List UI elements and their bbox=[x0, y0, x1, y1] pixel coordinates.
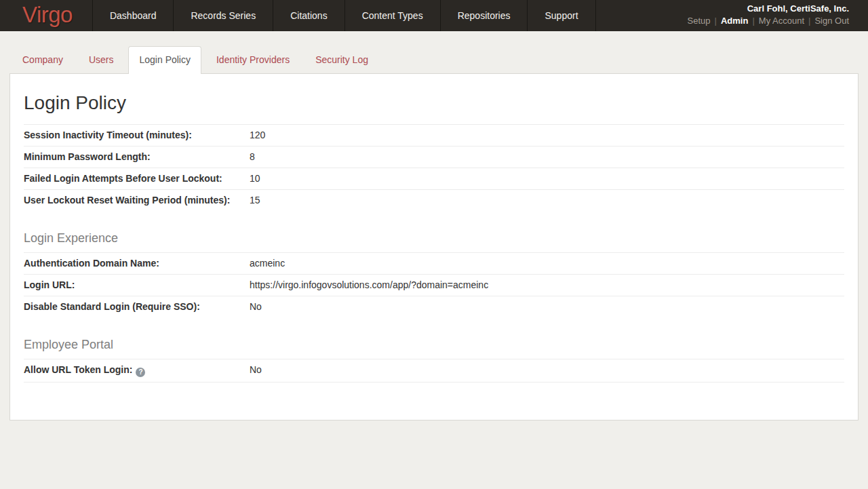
policy-row: Minimum Password Length:8 bbox=[24, 146, 844, 168]
account-area: Carl Fohl, CertiSafe, Inc. Setup|Admin|M… bbox=[688, 3, 849, 26]
field-label: Allow URL Token Login:? bbox=[24, 364, 250, 377]
field-value: 120 bbox=[250, 130, 844, 141]
nav-item-content-types[interactable]: Content Types bbox=[344, 0, 440, 31]
field-label: Disable Standard Login (Require SSO): bbox=[24, 301, 250, 313]
tab-company[interactable]: Company bbox=[12, 46, 74, 74]
account-user-name: Carl Fohl, CertiSafe, Inc. bbox=[688, 3, 849, 14]
field-value: No bbox=[250, 301, 844, 313]
policy-row: Session Inactivity Timeout (minutes):120 bbox=[24, 125, 844, 146]
separator: | bbox=[752, 16, 754, 26]
policy-row: Failed Login Attempts Before User Lockou… bbox=[24, 168, 844, 190]
account-link-admin[interactable]: Admin bbox=[721, 16, 748, 26]
account-link-setup[interactable]: Setup bbox=[688, 16, 711, 26]
section-header-employee-portal: Employee Portal bbox=[24, 338, 844, 359]
nav-item-citations[interactable]: Citations bbox=[273, 0, 344, 31]
tab-bar: CompanyUsersLogin PolicyIdentity Provide… bbox=[0, 31, 868, 74]
field-value: 15 bbox=[250, 195, 844, 206]
field-label: User Lockout Reset Waiting Period (minut… bbox=[24, 195, 250, 206]
tab-identity-providers[interactable]: Identity Providers bbox=[205, 46, 300, 74]
policy-row: Login URL:https://virgo.infogovsolutions… bbox=[24, 275, 844, 296]
account-link-my-account[interactable]: My Account bbox=[759, 16, 804, 26]
field-value: No bbox=[250, 364, 844, 377]
field-value: acmeinc bbox=[250, 258, 844, 269]
field-label: Session Inactivity Timeout (minutes): bbox=[24, 130, 250, 141]
nav-item-records-series[interactable]: Records Series bbox=[173, 0, 273, 31]
policy-row: User Lockout Reset Waiting Period (minut… bbox=[24, 190, 844, 211]
account-links: Setup|Admin|My Account|Sign Out bbox=[688, 16, 849, 26]
policy-row: Allow URL Token Login:?No bbox=[24, 359, 844, 383]
field-label: Failed Login Attempts Before User Lockou… bbox=[24, 173, 250, 184]
nav-item-support[interactable]: Support bbox=[527, 0, 595, 31]
tab-users[interactable]: Users bbox=[78, 46, 125, 74]
policy-row: Authentication Domain Name:acmeinc bbox=[24, 253, 844, 275]
page-title: Login Policy bbox=[24, 92, 844, 125]
field-value: 8 bbox=[250, 151, 844, 163]
field-value: 10 bbox=[250, 173, 844, 184]
nav-item-dashboard[interactable]: Dashboard bbox=[92, 0, 174, 31]
top-navbar: Virgo DashboardRecords SeriesCitationsCo… bbox=[0, 0, 868, 31]
nav-item-repositories[interactable]: Repositories bbox=[440, 0, 528, 31]
field-label: Login URL: bbox=[24, 279, 250, 291]
section-header-login-experience: Login Experience bbox=[24, 231, 844, 253]
tab-security-log[interactable]: Security Log bbox=[304, 46, 379, 74]
help-icon[interactable]: ? bbox=[136, 368, 145, 377]
brand-logo[interactable]: Virgo bbox=[0, 0, 92, 31]
separator: | bbox=[808, 16, 810, 26]
tab-login-policy[interactable]: Login Policy bbox=[128, 46, 201, 74]
nav-menu: DashboardRecords SeriesCitationsContent … bbox=[92, 0, 596, 31]
field-value: https://virgo.infogovsolutions.com/app/?… bbox=[250, 279, 844, 291]
separator: | bbox=[715, 16, 717, 26]
policy-body: Session Inactivity Timeout (minutes):120… bbox=[24, 125, 844, 383]
account-link-sign-out[interactable]: Sign Out bbox=[814, 16, 849, 26]
policy-row: Disable Standard Login (Require SSO):No bbox=[24, 296, 844, 317]
content-panel: Login Policy Session Inactivity Timeout … bbox=[9, 73, 859, 420]
field-label: Minimum Password Length: bbox=[24, 151, 250, 163]
field-label: Authentication Domain Name: bbox=[24, 258, 250, 269]
